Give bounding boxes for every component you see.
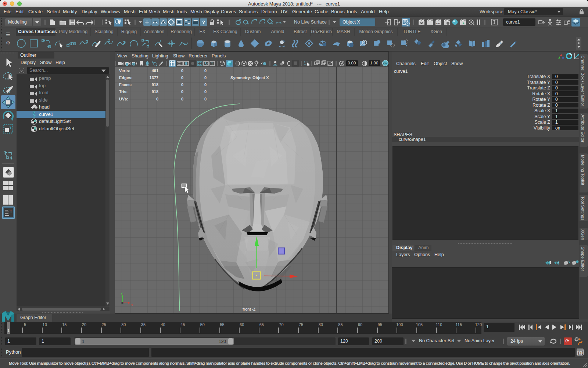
svg-text:Faces:: Faces: [119, 82, 132, 87]
svg-text:?: ? [202, 20, 205, 25]
svg-text:0: 0 [181, 97, 183, 101]
svg-text:0: 0 [156, 97, 158, 101]
svg-text:1377: 1377 [150, 75, 158, 80]
svg-text:Edges:: Edges: [119, 75, 133, 80]
svg-text:0: 0 [204, 89, 207, 94]
svg-text:y: y [121, 291, 123, 295]
svg-text:front -Z: front -Z [243, 307, 255, 311]
svg-text:Tris:: Tris: [119, 89, 128, 94]
svg-text:Verts:: Verts: [119, 68, 130, 73]
svg-text:918: 918 [152, 82, 158, 87]
svg-text:461: 461 [152, 68, 158, 73]
svg-text:UVs:: UVs: [119, 97, 128, 101]
svg-text:T: T [211, 62, 214, 66]
svg-text:0: 0 [204, 82, 207, 87]
svg-text:IPR: IPR [436, 22, 440, 25]
svg-text:0: 0 [181, 89, 183, 94]
svg-text:0: 0 [204, 97, 207, 101]
svg-text:0: 0 [181, 75, 183, 80]
svg-text:0: 0 [181, 68, 183, 73]
svg-text:0: 0 [204, 68, 207, 73]
svg-text:918: 918 [152, 89, 158, 94]
svg-text:Symmetry: Object X: Symmetry: Object X [230, 75, 269, 80]
svg-text:x: x [131, 303, 133, 307]
svg-text:0: 0 [181, 82, 183, 87]
svg-text:{;}: {;} [578, 351, 584, 355]
svg-text:0: 0 [204, 75, 207, 80]
